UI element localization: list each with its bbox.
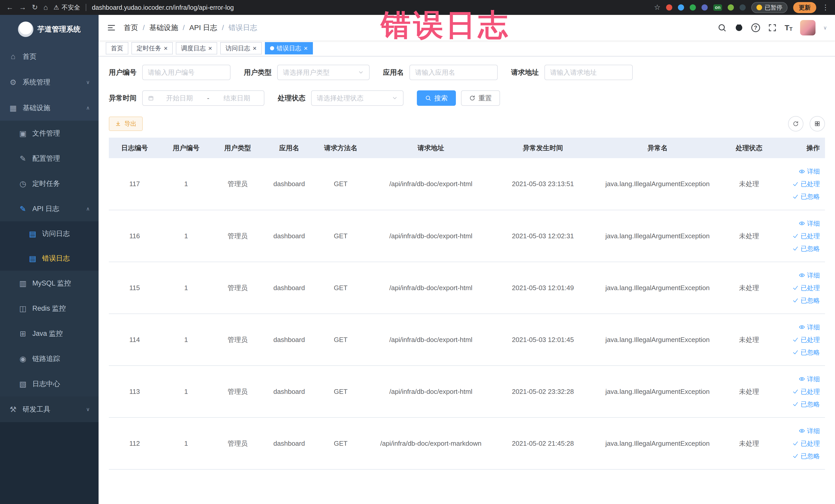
extension-icon[interactable]: [739, 4, 746, 11]
forward-icon[interactable]: →: [19, 4, 26, 11]
address-bar[interactable]: dashboard.yudao.iocoder.cn/infra/log/api…: [92, 4, 648, 11]
app-logo[interactable]: 芋道管理系统: [0, 15, 99, 44]
ignore-link[interactable]: 已忽略: [792, 244, 820, 253]
breadcrumb-infra[interactable]: 基础设施: [149, 23, 178, 33]
tab-error-log[interactable]: 错误日志 ×: [265, 42, 313, 55]
refresh-table-button[interactable]: [788, 116, 803, 132]
font-size-icon[interactable]: TT: [785, 24, 793, 32]
user-type-select[interactable]: 请选择用户类型: [277, 65, 370, 80]
detail-link[interactable]: 详细: [799, 219, 820, 228]
detail-link[interactable]: 详细: [799, 271, 820, 280]
check-icon: [792, 453, 798, 459]
extension-icon[interactable]: [678, 4, 684, 11]
fullscreen-icon[interactable]: [768, 23, 777, 32]
chrome-menu-icon[interactable]: ⋮: [822, 4, 829, 11]
date-range-picker[interactable]: 开始日期 - 结束日期: [142, 90, 264, 106]
ignore-link[interactable]: 已忽略: [792, 348, 820, 357]
ignore-link[interactable]: 已忽略: [792, 296, 820, 305]
eye-icon: [799, 324, 805, 330]
tab-label: 首页: [111, 44, 123, 53]
sidebar-item-cron[interactable]: ◷ 定时任务: [0, 171, 99, 196]
update-button[interactable]: 更新: [793, 2, 816, 13]
close-icon[interactable]: ×: [208, 45, 212, 52]
sidebar-item-api-log[interactable]: ✎ API 日志 ∧: [0, 196, 99, 221]
help-icon[interactable]: ?: [751, 23, 760, 32]
chevron-down-icon: [392, 95, 398, 101]
request-url-input[interactable]: 请输入请求地址: [545, 65, 633, 80]
processed-link[interactable]: 已处理: [792, 439, 820, 448]
detail-link[interactable]: 详细: [799, 427, 820, 435]
detail-link[interactable]: 详细: [799, 167, 820, 176]
sidebar-item-trace[interactable]: ◉ 链路追踪: [0, 346, 99, 371]
collapse-sidebar-icon[interactable]: [107, 23, 116, 32]
close-icon[interactable]: ×: [304, 45, 308, 52]
breadcrumb-home[interactable]: 首页: [124, 23, 138, 33]
detail-label: 详细: [807, 323, 820, 331]
back-icon[interactable]: ←: [6, 4, 13, 11]
extension-on-badge[interactable]: on: [713, 4, 722, 11]
sidebar-item-redis[interactable]: ◫ Redis 监控: [0, 296, 99, 321]
start-date-placeholder: 开始日期: [158, 94, 202, 103]
chevron-down-icon[interactable]: ∨: [823, 25, 827, 31]
tab-cron[interactable]: 定时任务 ×: [131, 42, 173, 55]
cell-status: 未处理: [725, 366, 774, 418]
search-icon[interactable]: [717, 23, 727, 32]
app-name-input[interactable]: 请输入应用名: [409, 65, 498, 80]
search-button[interactable]: 搜索: [417, 90, 456, 106]
sidebar-item-java[interactable]: ⊞ Java 监控: [0, 321, 99, 346]
sidebar-item-file[interactable]: ▣ 文件管理: [0, 121, 99, 146]
url-text: dashboard.yudao.iocoder.cn/infra/log/api…: [92, 4, 234, 11]
processed-link[interactable]: 已处理: [792, 180, 820, 188]
paused-pill[interactable]: 已暂停: [751, 2, 788, 13]
sidebar-item-config[interactable]: ✎ 配置管理: [0, 146, 99, 171]
sidebar-item-mysql[interactable]: ▥ MySQL 监控: [0, 270, 99, 296]
extension-icon[interactable]: [728, 4, 734, 11]
chrome-home-icon[interactable]: ⌂: [43, 4, 48, 11]
extension-icon[interactable]: [690, 4, 696, 11]
user-id-input[interactable]: 请输入用户编号: [142, 65, 230, 80]
column-settings-button[interactable]: [810, 116, 825, 132]
security-indicator[interactable]: ⚠ 不安全: [54, 3, 80, 12]
breadcrumb-api-log[interactable]: API 日志: [189, 23, 218, 33]
sidebar-item-log-center[interactable]: ▧ 日志中心: [0, 371, 99, 397]
process-status-select[interactable]: 请选择处理状态: [311, 90, 404, 106]
cell-user-id: 1: [160, 262, 212, 314]
extension-icon[interactable]: [701, 4, 708, 11]
chevron-down-icon: ∨: [86, 406, 90, 412]
ignore-link[interactable]: 已忽略: [792, 452, 820, 460]
detail-link[interactable]: 详细: [799, 375, 820, 383]
tab-home[interactable]: 首页: [106, 42, 128, 55]
ignore-link[interactable]: 已忽略: [792, 400, 820, 408]
sidebar-item-system[interactable]: ⚙ 系统管理 ∨: [0, 69, 99, 95]
export-button[interactable]: 导出: [109, 117, 143, 131]
cell-user-id: 1: [160, 366, 212, 418]
filter-row-1: 用户编号 请输入用户编号 用户类型 请选择用户类型 应用名: [109, 65, 825, 80]
processed-link[interactable]: 已处理: [792, 284, 820, 292]
processed-link[interactable]: 已处理: [792, 336, 820, 344]
close-icon[interactable]: ×: [164, 45, 168, 52]
github-icon[interactable]: [734, 23, 744, 32]
reset-button[interactable]: 重置: [461, 90, 500, 106]
reload-icon[interactable]: ↻: [32, 4, 38, 11]
col-log-id: 日志编号: [109, 138, 160, 158]
ignore-link[interactable]: 已忽略: [792, 192, 820, 201]
sidebar-item-error-log[interactable]: ▤ 错误日志: [0, 246, 99, 270]
close-icon[interactable]: ×: [252, 45, 257, 52]
detail-link[interactable]: 详细: [799, 323, 820, 331]
tab-job-log[interactable]: 调度日志 ×: [176, 42, 217, 55]
sidebar-item-dev-tools[interactable]: ⚒ 研发工具 ∨: [0, 397, 99, 422]
check-icon: [792, 285, 798, 291]
extension-icon[interactable]: [666, 4, 672, 11]
tab-access-log[interactable]: 访问日志 ×: [220, 42, 262, 55]
sidebar-item-access-log[interactable]: ▤ 访问日志: [0, 221, 99, 246]
processed-link[interactable]: 已处理: [792, 232, 820, 240]
cell-user-type: 管理员: [212, 314, 263, 366]
sidebar-item-infra[interactable]: ▦ 基础设施 ∧: [0, 95, 99, 121]
cell-exception: java.lang.IllegalArgumentException: [591, 418, 725, 469]
sidebar-item-home[interactable]: ⌂ 首页: [0, 44, 99, 69]
user-avatar[interactable]: [800, 20, 815, 36]
processed-link[interactable]: 已处理: [792, 387, 820, 396]
cell-user-type: 管理员: [212, 418, 263, 469]
sidebar-item-label: 配置管理: [32, 154, 90, 163]
bookmark-star-icon[interactable]: ☆: [654, 4, 660, 11]
